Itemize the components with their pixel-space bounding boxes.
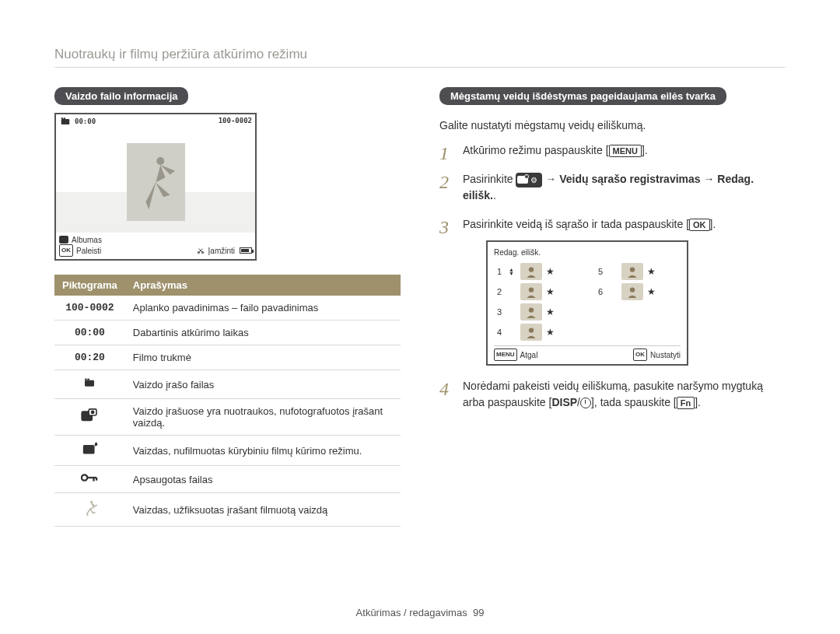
- rank-col-right: 5★ 6★: [595, 261, 681, 342]
- movie-icon: [54, 370, 125, 399]
- star-icon: ★: [546, 285, 555, 299]
- camera-bottom-bar: Albumas OK Paleisti Įamžinti: [56, 233, 255, 259]
- camera-top-bar: 00:00 100-0002: [56, 114, 255, 131]
- set-label: Nustatyti: [650, 349, 681, 361]
- rank-row: 2★: [494, 282, 579, 302]
- menu-button-icon: MENU: [609, 145, 642, 157]
- key-icon: [54, 466, 125, 493]
- star-icon: ★: [647, 285, 656, 299]
- row-desc: Aplanko pavadinimas – failo pavadinimas: [125, 296, 401, 321]
- step3-pre: Pasirinkite veidą iš sąrašo ir tada pasp…: [463, 218, 689, 230]
- content-columns: Vaizdo failo informacija 00:00 100-0002: [54, 87, 786, 527]
- rank-row: 6★: [595, 282, 681, 302]
- battery-icon: [240, 247, 252, 254]
- rank-num: 4: [494, 326, 505, 339]
- row-desc: Dabartinis atkūrimo laikas: [125, 321, 401, 345]
- fn-button-icon: Fn: [677, 397, 695, 409]
- svg-rect-12: [85, 380, 94, 387]
- album-label: Albumas: [72, 236, 102, 244]
- right-column: Mėgstamų veidų išdėstymas pageidaujama e…: [439, 87, 786, 527]
- step-4: Norėdami pakeisti veidų eiliškumą, pasuk…: [439, 378, 786, 411]
- camera-time: 00:00: [75, 117, 96, 125]
- left-column: Vaizdo failo informacija 00:00 100-0002: [54, 87, 401, 527]
- rank-title: Redag. eilišk.: [494, 247, 681, 258]
- icon-table: Piktograma Aprašymas 100-0002 Aplanko pa…: [54, 275, 401, 527]
- step1-after: ].: [642, 144, 648, 156]
- svg-rect-2: [64, 117, 65, 119]
- menu-back-icon: MENU: [494, 349, 517, 361]
- skater-icon: [54, 493, 125, 527]
- svg-point-26: [529, 307, 534, 312]
- step-2: Pasirinkite ⚙ → Veidų sąrašo registravim…: [439, 171, 786, 204]
- rank-row: 3★: [494, 302, 579, 322]
- face-thumb: [520, 263, 542, 280]
- svg-point-19: [82, 475, 87, 480]
- svg-point-28: [630, 267, 635, 271]
- face-thumb: [621, 263, 643, 280]
- face-thumb: [520, 324, 542, 341]
- intro-text: Galite nustatyti mėgstamų veidų eiliškum…: [439, 119, 786, 131]
- steps-list: Atkūrimo režimu paspauskite [MENU]. Pasi…: [439, 142, 786, 411]
- row-desc: Filmo trukmė: [125, 345, 401, 370]
- step2-after: .: [493, 189, 496, 201]
- left-section-title: Vaizdo failo informacija: [54, 87, 188, 105]
- step2-pre: Pasirinkite: [463, 173, 516, 185]
- step3-after: ].: [710, 218, 716, 230]
- star-icon: ★: [647, 264, 656, 278]
- right-section-title: Mėgstamų veidų išdėstymas pageidaujama e…: [439, 87, 726, 105]
- svg-rect-18: [83, 445, 95, 454]
- trim-label: Įamžinti: [208, 247, 235, 255]
- svg-point-23: [91, 501, 93, 503]
- star-icon: ★: [546, 325, 555, 339]
- step1-pre: Atkūrimo režimu paspauskite [: [463, 144, 609, 156]
- camera-image-area: [56, 131, 255, 233]
- rank-num: 3: [494, 306, 505, 319]
- row-desc: Vaizdo įrašo failas: [125, 370, 401, 399]
- face-thumb: [520, 283, 542, 300]
- page-footer: Atkūrimas / redagavimas 99: [0, 607, 840, 618]
- svg-point-17: [92, 411, 94, 413]
- step4-c: ].: [695, 396, 701, 408]
- rank-row: 5★: [595, 261, 681, 282]
- movie-icon: [59, 116, 72, 127]
- row-desc: Vaizdas, nufilmuotas kūrybiniu filmų kūr…: [125, 436, 401, 466]
- svg-point-27: [529, 328, 534, 332]
- rank-num: 6: [595, 285, 606, 299]
- col-icon-header: Piktograma: [54, 275, 125, 296]
- table-row: 00:00 Dabartinis atkūrimo laikas: [54, 321, 401, 345]
- camera-folderfile: 100-0002: [219, 117, 252, 124]
- svg-rect-13: [85, 379, 87, 380]
- table-row: Vaizdo įrašo failas: [54, 370, 401, 399]
- row-icon: 00:00: [54, 321, 125, 345]
- row-desc: Vaizdo įrašuose yra nuotraukos, nufotogr…: [125, 399, 401, 436]
- rank-bottom-bar: MENUAtgal OKNustatyti: [494, 345, 681, 361]
- star-icon: ★: [546, 264, 555, 278]
- table-row: Vaizdas, nufilmuotas kūrybiniu filmų kūr…: [54, 436, 401, 466]
- col-desc-header: Aprašymas: [125, 275, 401, 296]
- rank-row: 1▲▼★: [494, 261, 579, 282]
- row-icon: 00:20: [54, 345, 125, 370]
- ok-hint-icon: OK: [59, 244, 73, 257]
- rank-row: 4★: [494, 322, 579, 342]
- step-1: Atkūrimo režimu paspauskite [MENU].: [439, 142, 786, 159]
- back-label: Atgal: [520, 349, 538, 361]
- movie-photo-icon: [54, 399, 125, 436]
- svg-rect-14: [88, 379, 90, 380]
- svg-rect-1: [61, 117, 63, 119]
- timer-icon: [580, 398, 591, 408]
- face-thumb: [621, 283, 643, 300]
- rank-num: 5: [595, 265, 606, 278]
- rank-edit-screen: Redag. eilišk. 1▲▼★ 2★ 3★ 4★ 5★ 6★: [486, 240, 688, 366]
- svg-rect-0: [61, 119, 70, 124]
- rank-num: 2: [494, 285, 505, 299]
- footer-text: Atkūrimas / redagavimas: [356, 607, 467, 618]
- camera-preview: 00:00 100-0002 Albumas OK Paleisti: [54, 113, 257, 261]
- rank-num: 1: [494, 265, 505, 278]
- disp-button-text: DISP: [551, 396, 577, 408]
- step4-b: ], tada spauskite [: [591, 396, 677, 408]
- svg-point-29: [630, 287, 635, 292]
- album-icon: [59, 236, 68, 243]
- rank-col-left: 1▲▼★ 2★ 3★ 4★: [494, 261, 579, 342]
- svg-point-24: [529, 267, 534, 271]
- row-desc: Vaizdas, užfiksuotas įrašant filmuotą va…: [125, 493, 401, 527]
